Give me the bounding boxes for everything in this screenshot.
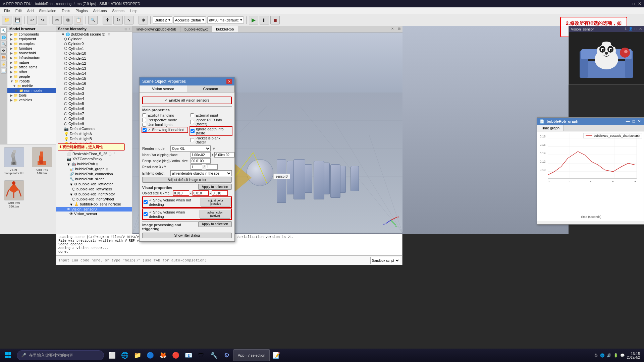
sh-cylinder0[interactable]: ⬡ Cylinder0 (56, 41, 132, 46)
mb-item-household[interactable]: ▶📁 household (7, 51, 56, 55)
mb-item-furniture[interactable]: ▶📁 furniture (7, 46, 56, 51)
taskbar-active-app[interactable]: App - 7 selection (233, 349, 270, 361)
maximize-button[interactable]: □ (632, 1, 635, 6)
taskbar-word[interactable]: 📝 (270, 349, 282, 361)
graph-tab-time[interactable]: Time graph (537, 125, 564, 131)
dt-dropdown[interactable]: dt=50 ms (default: ▾ (207, 16, 244, 24)
vp-close[interactable]: ✕ (389, 26, 396, 32)
resolution-x-input[interactable] (191, 164, 202, 170)
menu-tools[interactable]: Tools (59, 9, 73, 13)
sh-cylinder15[interactable]: ⬡ Cylinder15 (56, 76, 132, 81)
menu-edit[interactable]: Edit (13, 9, 24, 13)
sh-cylinder2[interactable]: ⬡ Cylinder2 (56, 86, 132, 91)
toolbar-scale[interactable]: ⤡ (124, 16, 133, 24)
far-clipping-input[interactable] (214, 152, 234, 158)
graph-minimize[interactable]: — (626, 119, 630, 124)
ignore-rgb-checkbox[interactable] (190, 120, 194, 124)
use-local-lights-checkbox[interactable] (142, 123, 146, 127)
sh-cylinder6[interactable]: ⬡ Cylinder6 (56, 106, 132, 111)
toolbar-copy[interactable]: ⧉ (63, 16, 72, 24)
mb-item-equipment[interactable]: ▶📁 equipment (7, 37, 56, 41)
obj-size-z-input[interactable] (212, 190, 228, 196)
sh-cylinder3[interactable]: ⬡ Cylinder3 (56, 91, 132, 96)
tray-network[interactable]: 🌐 (600, 353, 605, 358)
taskbar-app3[interactable]: 🔴 (170, 349, 182, 361)
close-button[interactable]: ✕ (638, 1, 641, 6)
obj-size-x-input[interactable] (173, 190, 189, 196)
sh-cylinder10[interactable]: ⬡ Cylinder10 (56, 51, 132, 56)
show-filter-button[interactable]: Show filter dialog (142, 233, 232, 238)
render-mode-select[interactable]: OpenGL (170, 145, 211, 152)
sh-bubblerob-main[interactable]: ▼ 🤖 bubbleRob ⊞ ⋮ (56, 162, 132, 167)
sop-tab-visionsensor[interactable]: Vision sensor (140, 85, 187, 92)
taskbar-app4[interactable]: 📧 (182, 349, 195, 361)
show-fog-checkbox[interactable] (143, 128, 147, 132)
thumb-7dof[interactable]: 7 DoF manipulator.ttm (0, 144, 28, 178)
toolbar-undo[interactable]: ↩ (27, 16, 37, 24)
minimize-button[interactable]: — (625, 1, 629, 6)
tray-action-center[interactable]: 💬 (620, 353, 625, 358)
sh-cylinder8[interactable]: ⬡ Cylinder8 (56, 116, 132, 121)
menu-simulation[interactable]: Simulation (36, 9, 59, 13)
toolbar-search[interactable]: 🔍 (88, 16, 98, 24)
sh-resizablefloor[interactable]: ⬜ ResizableFloor_5_25 ⊞ ⋮ (56, 152, 132, 157)
menu-file[interactable]: File (1, 9, 13, 13)
sandbox-script-select[interactable]: Sandbox script (370, 257, 400, 264)
graph-maximize[interactable]: □ (633, 119, 635, 124)
bullet-dropdown[interactable]: Bullet 2 ▾ (153, 16, 172, 24)
taskbar-app5[interactable]: 🛡 (195, 349, 207, 361)
mb-item-office[interactable]: ▶📁 office items (7, 65, 56, 69)
sh-root[interactable]: ▼ 🌐 BubbleRob (scene 3) ⊞ ⋮ (56, 32, 132, 37)
menu-plugins[interactable]: Plugins (73, 9, 90, 13)
stop-button[interactable]: ⏹ (270, 16, 280, 24)
task-view-button[interactable]: ⬜ (106, 349, 118, 361)
menu-add[interactable]: Add (24, 9, 37, 13)
left-tab-scene[interactable]: 🌐 (1, 34, 7, 40)
taskbar-explorer[interactable]: 📁 (131, 349, 144, 361)
taskbar-app1[interactable]: 🔵 (144, 349, 156, 361)
mb-item-components[interactable]: ▶📁 components (7, 32, 56, 37)
left-tab-settings[interactable]: ⚙ (1, 48, 7, 54)
sh-cylinder11[interactable]: ⬡ Cylinder11 (56, 56, 132, 61)
toolbar-rotate[interactable]: ↻ (113, 16, 123, 24)
sh-cylinder4[interactable]: ⬡ Cylinder4 (56, 96, 132, 101)
accurate-dropdown[interactable]: Accurate (defau ▾ (173, 16, 206, 24)
play-button[interactable]: ▶ (249, 16, 258, 24)
perspective-mode-checkbox[interactable] (142, 118, 146, 122)
sh-xyzcameraproxy[interactable]: 📷 XYZCameraProxy (56, 157, 132, 162)
sh-defaultlighta[interactable]: 💡 DefaultLightA (56, 131, 132, 136)
sh-cylinder13[interactable]: ⬡ Cylinder13 (56, 66, 132, 71)
obj-size-y-input[interactable] (193, 190, 209, 196)
mb-item-tools[interactable]: ▶📁 tools (7, 93, 56, 98)
enable-all-sensors-button[interactable]: ✓ Enable all vision sensors (142, 97, 232, 104)
vs-preview-close[interactable]: ✕ (639, 27, 642, 31)
apply-selection-button-1[interactable]: Apply to selection (198, 184, 232, 190)
entity-select[interactable]: all renderable objects in the sce (170, 170, 232, 176)
sh-cylinder5[interactable]: ⬡ Cylinder5 (56, 101, 132, 106)
mb-item-other[interactable]: ▶📁 other (7, 69, 56, 74)
toolbar-cut[interactable]: ✂ (52, 16, 62, 24)
menu-scenes[interactable]: Scenes (109, 9, 127, 13)
vp-tab-bubblerob[interactable]: bubbleRob (212, 26, 238, 32)
sh-leftmotor[interactable]: ▼ ⚙ bubbleRob_leftMotor (56, 182, 132, 187)
sh-visionsensor0[interactable]: 👁 Vision_sensor0 (56, 207, 132, 212)
sh-cylinder9[interactable]: ⬡ Cylinder9 (56, 121, 132, 126)
vp-tab-linefollowing[interactable]: lineFollowingBubbleRob (132, 26, 180, 32)
scene-sort-icon[interactable]: ↕ (128, 27, 130, 31)
tray-battery[interactable]: 🔋 (613, 353, 618, 358)
sh-visionsensor[interactable]: 👁 Vision_sensor (56, 212, 132, 216)
show-vol-detect-checkbox[interactable] (144, 212, 148, 216)
sh-sensingnose[interactable]: ▼ 👃 bubbleRob_sensingNose (56, 202, 132, 207)
adjust-passive-button[interactable]: adjust color (passive (201, 198, 230, 206)
toolbar-open[interactable]: 📁 (2, 16, 11, 24)
mb-item-vehicles[interactable]: ▶📁 vehicles (7, 98, 56, 102)
menu-help[interactable]: Help (127, 9, 140, 13)
scene-collapse-icon[interactable]: ⊞ (124, 27, 127, 31)
vp-tab-bubblerob-ext[interactable]: bubbleRobExt (180, 26, 212, 32)
sh-leftwheel[interactable]: ⬡ bubbleRob_leftWheel (56, 187, 132, 192)
toolbar-save[interactable]: 💾 (13, 16, 22, 24)
left-tab-render[interactable]: 🎨 (1, 54, 7, 60)
resolution-y-input[interactable] (206, 164, 218, 170)
near-clipping-input[interactable] (191, 152, 211, 158)
vp-expand[interactable]: ⊞ (396, 26, 402, 32)
